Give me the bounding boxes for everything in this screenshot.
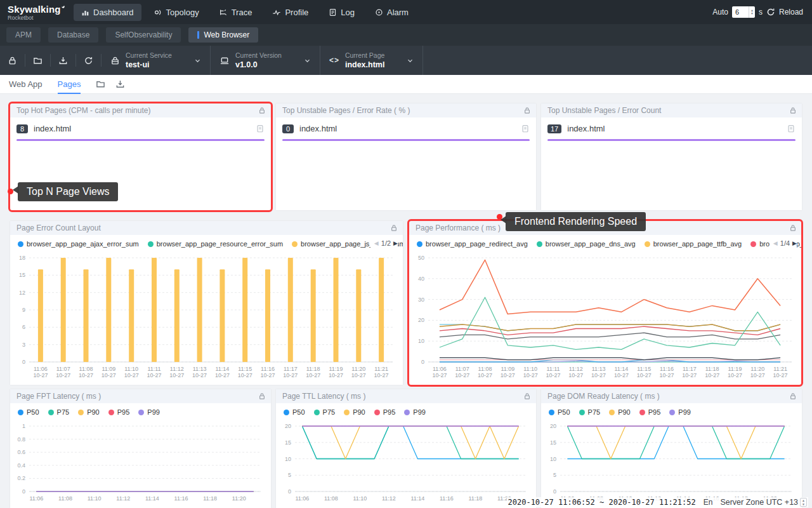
copy-icon[interactable] [521, 124, 530, 133]
legend-item[interactable]: P75 [579, 408, 601, 416]
legend-dot-icon [750, 241, 756, 247]
nav-item-profile[interactable]: Profile [265, 4, 316, 21]
time-range-picker[interactable]: 2020-10-27 11:06:52 ~ 2020-10-27 11:21:5… [508, 498, 696, 507]
number-spinner-icon[interactable]: ▲▼ [749, 6, 755, 18]
layer-chip-database[interactable]: Database [48, 27, 98, 43]
folder-tool-button[interactable] [25, 56, 50, 65]
lock-tool-button[interactable] [0, 56, 25, 65]
legend-dot-icon [537, 241, 542, 247]
tab-web-app[interactable]: Web App [9, 75, 43, 94]
auto-label: Auto [712, 8, 728, 17]
chip-label: SelfObservability [115, 30, 172, 39]
legend-item[interactable]: P99 [404, 408, 426, 416]
layer-chip-selfobservability[interactable]: SelfObservability [106, 27, 181, 43]
chart-legend: P50P75P90P95P99 [276, 403, 536, 420]
legend-item[interactable]: P90 [78, 408, 100, 416]
nav-item-trace[interactable]: Trace [212, 4, 260, 21]
lock-icon[interactable] [789, 224, 797, 232]
lock-icon[interactable] [789, 107, 797, 114]
panel-title: Top Unstable Pages / Error Rate ( % ) [282, 106, 523, 115]
zone-spinner-icon[interactable]: ▲▼ [800, 498, 807, 507]
legend-item[interactable]: P50 [284, 408, 305, 416]
svg-text:11:2110-27: 11:2110-27 [773, 366, 788, 378]
lock-icon[interactable] [258, 392, 266, 400]
logo-subtitle: Rocketbot [8, 15, 65, 21]
annotation-text: Top N Page Views [27, 186, 109, 197]
lock-icon[interactable] [390, 224, 398, 232]
nav-item-log[interactable]: Log [321, 4, 362, 21]
legend-prev-icon[interactable]: ◀ [773, 240, 778, 246]
list-item[interactable]: 17 index.html [547, 124, 796, 133]
legend-item[interactable]: browser_app_page_resource_error_sum [148, 240, 283, 248]
selector-value: test-ui [126, 61, 172, 69]
nav-item-alarm[interactable]: Alarm [367, 4, 416, 21]
chart-canvas[interactable]: 0102030405011:0610-2711:0710-2711:0810-2… [409, 251, 802, 384]
current-page-selector[interactable]: <> Current Page index.html [320, 51, 423, 69]
current-service-selector[interactable]: Current Service test-ui [102, 51, 210, 69]
legend-item[interactable]: P99 [138, 408, 160, 416]
svg-text:0.6: 0.6 [17, 449, 25, 455]
tab-label: Pages [58, 79, 81, 89]
legend-item[interactable]: browser_app_page_dns_avg [537, 240, 636, 248]
legend-dot-icon [549, 410, 554, 415]
app-logo[interactable]: Skywalking Rocketbot [8, 4, 65, 21]
import-tool-button[interactable] [51, 56, 75, 65]
download-icon[interactable] [115, 79, 125, 89]
reload-icon[interactable] [766, 8, 775, 17]
svg-text:11:2110-27: 11:2110-27 [374, 366, 389, 378]
svg-text:11:12: 11:12 [382, 495, 396, 502]
layer-chip-apm[interactable]: APM [6, 27, 41, 43]
panel-title: Top Hot Pages (CPM - calls per minute) [16, 106, 258, 115]
legend-item[interactable]: P99 [669, 408, 691, 416]
chart-canvas[interactable]: 0510152011:0611:0811:1011:1211:1411:1611… [541, 420, 802, 507]
legend-item[interactable]: P95 [639, 408, 661, 416]
legend-item[interactable]: browser_app_page_ajax_error_sum [18, 240, 139, 248]
lock-icon[interactable] [523, 107, 531, 114]
legend-prev-icon[interactable]: ◀ [374, 240, 379, 246]
current-version-selector[interactable]: Current Version v1.0.0 [211, 51, 320, 69]
tab-pages[interactable]: Pages [58, 75, 81, 94]
language-selector[interactable]: En [704, 498, 713, 507]
auto-interval-input[interactable]: 6 ▲▼ [732, 6, 755, 18]
legend-item[interactable]: P50 [18, 408, 39, 416]
lock-icon[interactable] [258, 107, 266, 114]
legend-pager: ◀1/2▶ [370, 235, 398, 251]
server-zone-control[interactable]: Server Zone UTC +13 ▲▼ [720, 498, 807, 507]
nav-item-topology[interactable]: Topology [147, 4, 207, 21]
folder-icon[interactable] [96, 79, 105, 89]
legend-item[interactable]: P75 [314, 408, 336, 416]
laptop-icon [219, 56, 230, 65]
progress-bar [16, 139, 265, 141]
legend-next-icon[interactable]: ▶ [393, 240, 398, 246]
legend-next-icon[interactable]: ▶ [792, 240, 797, 246]
legend-item[interactable]: P75 [48, 408, 70, 416]
layer-chip-web-browser[interactable]: Web Browser [188, 27, 258, 43]
chart-canvas[interactable]: 00.20.40.60.8111:0611:0811:1011:1211:141… [10, 420, 271, 507]
sync-tool-button[interactable] [76, 56, 101, 65]
lock-icon[interactable] [523, 392, 531, 400]
legend-item[interactable]: P90 [344, 408, 365, 416]
legend-item[interactable]: P90 [609, 408, 631, 416]
chart-canvas[interactable]: 0510152011:0611:0811:1011:1211:1411:1611… [276, 420, 536, 507]
svg-text:11:0710-27: 11:0710-27 [56, 366, 70, 378]
annotation-text: Frontend Rendering Speed [514, 216, 637, 227]
legend-item[interactable]: P50 [549, 408, 570, 416]
chip-label: Database [57, 30, 89, 39]
layer-nav: APM Database SelfObservability Web Brows… [0, 24, 812, 46]
chart-canvas[interactable]: 036912151811:0610-2711:0710-2711:0810-27… [10, 251, 403, 384]
legend-item[interactable]: browser_app_page_redirect_avg [417, 240, 528, 248]
lock-icon[interactable] [789, 392, 797, 400]
list-item[interactable]: 8 index.html [16, 124, 265, 133]
svg-text:10: 10 [285, 456, 291, 462]
nav-item-dashboard[interactable]: Dashboard [74, 4, 141, 21]
legend-item[interactable]: P95 [374, 408, 396, 416]
reload-button[interactable]: Reload [779, 8, 803, 17]
svg-text:0: 0 [421, 359, 424, 365]
lock-icon [8, 56, 17, 65]
legend-item[interactable]: browser_app_page_ttfb_avg [645, 240, 742, 248]
panel-top-unstable-error-rate: Top Unstable Pages / Error Rate ( % ) 0 … [276, 104, 536, 210]
legend-item[interactable]: P95 [108, 408, 130, 416]
copy-icon[interactable] [256, 124, 265, 133]
copy-icon[interactable] [787, 124, 796, 133]
list-item[interactable]: 0 index.html [282, 124, 530, 133]
